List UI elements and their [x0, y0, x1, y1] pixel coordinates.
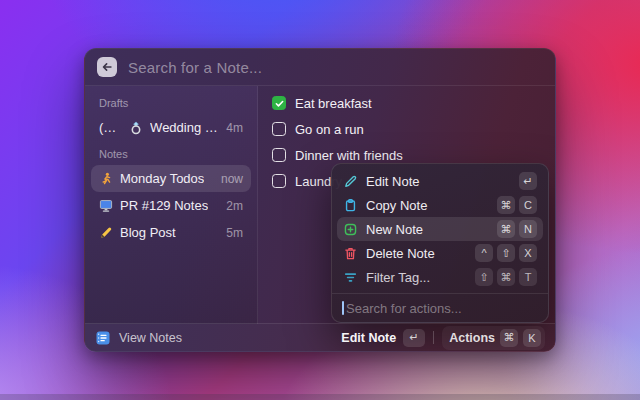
menu-item-label: Delete Note: [366, 246, 435, 261]
current-command: View Notes: [95, 330, 182, 346]
back-button[interactable]: [97, 57, 117, 77]
draft-prefix: (Draft): [99, 120, 122, 135]
sidebar-item-label: Monday Todos: [120, 171, 204, 186]
return-keycap: ↵: [403, 329, 425, 347]
checkbox-checked[interactable]: [272, 96, 286, 110]
menu-item-label: New Note: [366, 222, 423, 237]
sidebar-item-label: Blog Post: [120, 225, 176, 240]
ring-icon: [129, 121, 143, 135]
drafts-section-header: Drafts: [91, 90, 251, 114]
trash-icon: [343, 246, 358, 261]
raycast-window: Search for a Note... Drafts (Draft) Wedd…: [84, 48, 556, 352]
t-keycap: T: [519, 268, 537, 286]
monitor-icon: [99, 199, 113, 213]
checkbox-unchecked[interactable]: [272, 122, 286, 136]
sidebar-item-label: PR #129 Notes: [120, 198, 208, 213]
todo-label: Go on a run: [295, 122, 364, 137]
cmd-keycap: ⌘: [500, 329, 518, 347]
footer-bar: View Notes Edit Note ↵ Actions ⌘ K: [85, 323, 555, 351]
todo-item: Eat breakfast: [272, 90, 541, 116]
menu-item-label: Copy Note: [366, 198, 427, 213]
notes-sidebar: Drafts (Draft) Wedding Gift Ideas 4m Not…: [85, 86, 258, 324]
actions-label: Actions: [449, 331, 495, 345]
actions-button[interactable]: Actions ⌘ K: [442, 326, 545, 350]
item-timestamp: 5m: [226, 226, 243, 240]
c-keycap: C: [519, 196, 537, 214]
desktop-background: Search for a Note... Drafts (Draft) Wedd…: [0, 0, 640, 400]
sidebar-item-blog-post[interactable]: Blog Post 5m: [91, 219, 251, 246]
primary-action-button[interactable]: Edit Note ↵: [341, 329, 425, 347]
menu-item-label: Filter Tag...: [366, 270, 430, 285]
menu-item-copy-note[interactable]: Copy Note ⌘ C: [337, 193, 543, 217]
todo-label: Eat breakfast: [295, 96, 372, 111]
ctrl-keycap: ^: [475, 244, 493, 262]
note-search-input[interactable]: Search for a Note...: [128, 59, 262, 76]
cmd-keycap: ⌘: [497, 268, 515, 286]
current-command-label: View Notes: [119, 331, 182, 345]
back-arrow-icon: [100, 60, 114, 74]
action-search-input[interactable]: Search for actions...: [332, 294, 548, 322]
menu-item-new-note[interactable]: New Note ⌘ N: [337, 217, 543, 241]
primary-action-label: Edit Note: [341, 331, 396, 345]
sidebar-item-monday-todos[interactable]: Monday Todos now: [91, 165, 251, 192]
clipboard-icon: [343, 198, 358, 213]
sidebar-item-label: Wedding Gift Ideas: [150, 120, 219, 135]
item-timestamp: 4m: [226, 121, 243, 135]
return-keycap: ↵: [519, 172, 537, 190]
menu-item-filter-tag[interactable]: Filter Tag... ⇧ ⌘ T: [337, 265, 543, 289]
shift-keycap: ⇧: [497, 244, 515, 262]
n-keycap: N: [519, 220, 537, 238]
pencil-icon: [99, 226, 113, 240]
edit-pencil-icon: [343, 174, 358, 189]
menu-item-edit-note[interactable]: Edit Note ↵: [337, 169, 543, 193]
todo-label: Dinner with friends: [295, 148, 403, 163]
text-cursor: [342, 301, 344, 315]
plus-square-icon: [343, 222, 358, 237]
sidebar-item-pr-129-notes[interactable]: PR #129 Notes 2m: [91, 192, 251, 219]
cmd-keycap: ⌘: [497, 220, 515, 238]
menu-item-label: Edit Note: [366, 174, 419, 189]
footer-divider: [433, 331, 434, 344]
item-timestamp: now: [221, 172, 243, 186]
todo-item: Go on a run: [272, 116, 541, 142]
search-header: Search for a Note...: [85, 49, 555, 86]
action-search-placeholder: Search for actions...: [346, 301, 462, 316]
checkbox-unchecked[interactable]: [272, 174, 286, 188]
runner-icon: [99, 172, 113, 186]
cmd-keycap: ⌘: [497, 196, 515, 214]
x-keycap: X: [519, 244, 537, 262]
menu-item-delete-note[interactable]: Delete Note ^ ⇧ X: [337, 241, 543, 265]
item-timestamp: 2m: [226, 199, 243, 213]
notes-app-icon: [95, 330, 111, 346]
action-menu-panel: Edit Note ↵ Copy Note ⌘ C New Note: [331, 163, 549, 323]
checkbox-unchecked[interactable]: [272, 148, 286, 162]
sidebar-item-wedding-gift-ideas[interactable]: (Draft) Wedding Gift Ideas 4m: [91, 114, 251, 141]
shift-keycap: ⇧: [475, 268, 493, 286]
notes-section-header: Notes: [91, 141, 251, 165]
filter-icon: [343, 270, 358, 285]
k-keycap: K: [523, 329, 541, 347]
